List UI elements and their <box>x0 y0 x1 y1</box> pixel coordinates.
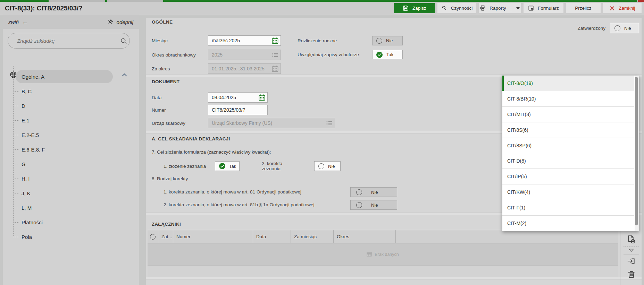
q8-label: 8. Rodzaj korekty <box>152 176 188 181</box>
miesiac-input-wrap <box>208 35 281 46</box>
sidebar-tab-item[interactable]: L, M <box>3 200 139 215</box>
okres-input-wrap <box>208 50 281 60</box>
radio-unchecked-icon <box>356 202 362 208</box>
sidebar-tab-item[interactable]: B, C <box>3 84 139 98</box>
radio-unchecked-icon <box>318 163 324 169</box>
sidebar-tab-item[interactable]: G <box>3 157 139 171</box>
radio-unchecked-icon <box>614 25 620 31</box>
toolbar: Zapisz Czynności Raporty <box>394 3 642 13</box>
column-header-zatwierdzony[interactable]: Zat... <box>158 230 173 243</box>
korekta-zeznania-toggle[interactable]: Nie <box>314 161 341 171</box>
sidebar-tab-list: Ogólne, A B, C D E.1 E.2-E.5 E.6-E.8, F <box>3 69 139 244</box>
collapse-sidebar-button[interactable]: zwiń ← <box>8 19 28 25</box>
attachments-table: Zat... Numer Data Za miesiąc Okres Brak … <box>148 230 618 277</box>
attachment-menu-item[interactable]: CIT/MIT(3) <box>502 107 634 122</box>
section-title-cel: A. CEL SKŁADANIA DEKLARACJI <box>152 136 230 141</box>
attachment-menu-item[interactable]: CIT-M(2) <box>502 216 634 231</box>
attachment-menu-list: CIT-8/O(19) CIT-8/BR(10) CIT/MIT(3) CIT/… <box>502 76 634 231</box>
korekta-art81-toggle[interactable]: Nie <box>350 187 397 197</box>
q7-option2-label: 2. korekta zeznania <box>262 161 302 171</box>
attachments-table-header: Zat... Numer Data Za miesiąc Okres <box>148 230 618 243</box>
q8-option2-label: 2. korekta zeznania, o której mowa w art… <box>164 202 314 207</box>
form-button[interactable]: Formularz <box>524 3 563 13</box>
sidebar-tab-item[interactable]: Płatności <box>3 215 139 230</box>
attachment-menu-item[interactable]: CIT-D(8) <box>502 153 634 169</box>
attachments-table-body: Brak danych <box>148 243 618 265</box>
radio-unchecked-icon <box>376 38 382 44</box>
column-header-okres[interactable]: Okres <box>334 230 396 243</box>
close-icon <box>609 6 615 11</box>
q8-option1-label: 1. korekta zeznania, o której mowa w art… <box>164 189 301 195</box>
sidebar-tab-item[interactable]: E.6-E.8, F <box>3 142 139 157</box>
attachment-menu-item[interactable]: CIT/8S(6) <box>502 122 634 138</box>
sidebar-tab-item[interactable]: D <box>3 98 139 113</box>
field-row-urzad: Urząd skarbowy <box>152 118 335 128</box>
toggle-row-rozliczenie: Rozliczenie roczne Nie <box>298 36 403 45</box>
q7-label: 7. Cel złożenia formularza (zaznaczyć wł… <box>152 149 271 155</box>
attachment-menu-item[interactable]: CIT/KW(4) <box>502 184 634 200</box>
menu-scrollbar-track[interactable] <box>635 76 639 231</box>
q7-option1-label: 1. złożenie zeznania <box>164 164 215 169</box>
column-header-numer[interactable]: Numer <box>173 230 253 243</box>
section-title-general: OGÓLNE <box>152 19 173 25</box>
zlozenie-zeznania-toggle[interactable]: Tak <box>215 161 240 171</box>
sidebar-tab-item[interactable]: Ogólne, A <box>3 69 139 84</box>
form-gear-icon <box>528 5 534 11</box>
recalculate-button[interactable]: Przelicz <box>566 3 601 13</box>
unpin-button[interactable]: odepnij <box>107 19 133 25</box>
sidebar-tab-item[interactable]: H, I <box>3 171 139 186</box>
numer-input-wrap <box>208 105 268 115</box>
radio-unchecked-icon <box>150 234 156 240</box>
q7-options-row: 1. złożenie zeznania Tak 2. korekta zezn… <box>164 161 341 171</box>
delete-attachment-button[interactable] <box>620 268 642 281</box>
approved-toggle[interactable]: Nie <box>610 23 639 33</box>
search-icon <box>120 38 127 44</box>
column-header-data[interactable]: Data <box>253 230 291 243</box>
field-label: Urząd skarbowy <box>152 121 208 126</box>
calendar-icon-disabled <box>271 65 279 72</box>
sidebar-tab-item[interactable]: E.1 <box>3 113 139 128</box>
add-attachment-button[interactable] <box>620 233 642 246</box>
toggle-row-bufor: Uwzględniaj zapisy w buforze Tak <box>298 50 403 59</box>
arrow-left-icon: ← <box>22 19 28 25</box>
attachment-menu-item[interactable]: CIT-8/O(19) <box>502 76 634 91</box>
app-window: CIT-8(33): CIT8/2025/03/? Zapisz Czynnoś… <box>0 0 644 285</box>
field-label: Numer <box>152 107 208 113</box>
sidebar-tab-item[interactable]: Pola <box>3 230 139 244</box>
check-circle-icon <box>219 163 225 169</box>
page-title: CIT-8(33): CIT8/2025/03/? <box>5 5 83 12</box>
add-attachment-dropdown-button[interactable] <box>620 247 642 254</box>
attachment-menu-item[interactable]: CIT/IP(5) <box>502 169 634 184</box>
printer-icon <box>480 5 486 11</box>
actions-button[interactable]: Czynności <box>437 3 476 13</box>
select-all-radio-cell[interactable] <box>148 230 158 243</box>
section-title-dokument: DOKUMENT <box>152 79 179 84</box>
calendar-icon[interactable] <box>258 94 266 101</box>
save-button[interactable]: Zapisz <box>394 3 435 13</box>
bufor-toggle[interactable]: Tak <box>372 50 403 59</box>
table-grid-icon <box>367 252 372 257</box>
sidebar-tab-item[interactable]: E.2-E.5 <box>3 128 139 142</box>
attachment-menu-item[interactable]: CIT-F(1) <box>502 200 634 216</box>
numer-input[interactable] <box>208 105 267 115</box>
close-button[interactable]: Zamknij <box>603 3 642 13</box>
rozliczenie-toggle[interactable]: Nie <box>372 36 403 45</box>
korekta-art81b-toggle[interactable]: Nie <box>350 200 397 210</box>
attachment-menu-item[interactable]: CIT-8/BR(10) <box>502 91 634 107</box>
miesiac-input[interactable] <box>208 36 281 45</box>
menu-scrollbar-thumb[interactable] <box>635 77 638 225</box>
attachment-menu-item[interactable]: CIT/8SP(6) <box>502 138 634 154</box>
approved-row: Zatwierdzony Nie <box>578 23 639 33</box>
list-lookup-icon <box>271 51 279 59</box>
calendar-icon[interactable] <box>271 37 279 44</box>
section-title-zalaczniki: ZAŁĄCZNIKI <box>152 222 181 227</box>
sidebar-tab-item[interactable]: J, K <box>3 186 139 200</box>
check-circle-icon <box>376 52 383 58</box>
column-header-empty <box>396 230 618 243</box>
reports-button[interactable]: Raporty <box>479 3 521 13</box>
field-label: Miesiąc <box>152 38 208 43</box>
reports-dropdown-icon[interactable] <box>516 7 520 10</box>
column-header-za-miesiac[interactable]: Za miesiąc <box>291 230 334 243</box>
search-input[interactable] <box>8 33 130 49</box>
open-attachment-button[interactable] <box>620 254 642 268</box>
